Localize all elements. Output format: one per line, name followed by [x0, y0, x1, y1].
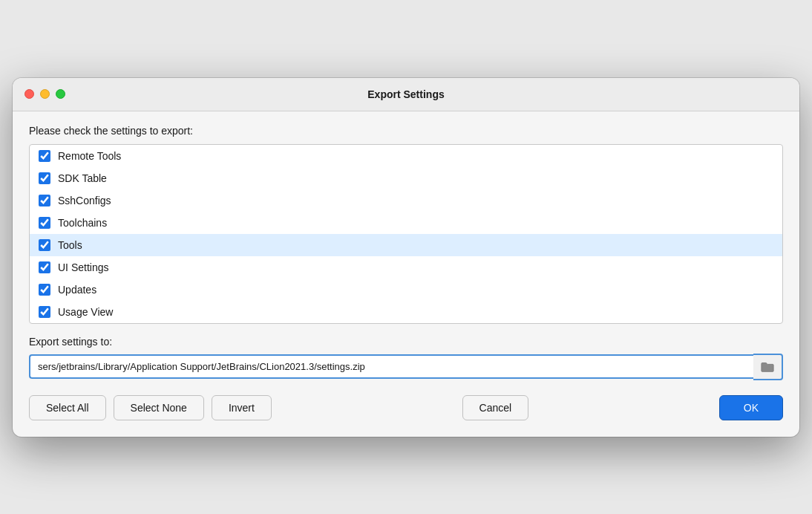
browse-button[interactable]	[753, 354, 783, 380]
list-item[interactable]: Remote Tools	[30, 145, 782, 167]
list-item[interactable]: Usage View	[30, 301, 782, 323]
checkbox-toolchains[interactable]	[39, 217, 50, 229]
list-item-label: Tools	[58, 239, 82, 251]
invert-button[interactable]: Invert	[212, 395, 272, 420]
list-item[interactable]: UI Settings	[30, 256, 782, 279]
checkbox-updates[interactable]	[39, 284, 50, 296]
list-item[interactable]: Toolchains	[30, 212, 782, 234]
list-item[interactable]: SDK Table	[30, 167, 782, 189]
ok-button[interactable]: OK	[719, 395, 783, 420]
checkbox-sdk-table[interactable]	[39, 172, 50, 184]
cancel-button[interactable]: Cancel	[462, 395, 529, 420]
list-item-label: UI Settings	[58, 261, 108, 273]
list-item[interactable]: Tools	[30, 234, 782, 256]
folder-icon	[761, 360, 774, 374]
list-item-label: Updates	[58, 284, 96, 296]
button-row: Select All Select None Invert Cancel OK	[29, 395, 783, 420]
window-controls	[24, 89, 65, 99]
checkbox-ui-settings[interactable]	[39, 261, 50, 273]
checkbox-usage-view[interactable]	[39, 306, 50, 318]
select-all-button[interactable]: Select All	[29, 395, 106, 420]
list-item-label: SshConfigs	[58, 195, 111, 206]
list-item[interactable]: SshConfigs	[30, 189, 782, 212]
export-to-label: Export settings to:	[29, 336, 783, 348]
list-item-label: Remote Tools	[58, 150, 121, 162]
minimize-button[interactable]	[40, 89, 50, 99]
instruction-label: Please check the settings to export:	[29, 125, 783, 137]
dialog-title: Export Settings	[367, 88, 444, 100]
export-settings-dialog: Export Settings Please check the setting…	[13, 78, 799, 437]
list-item-label: Toolchains	[58, 217, 107, 229]
list-item-label: Usage View	[58, 306, 113, 318]
export-path-row	[29, 354, 783, 380]
close-button[interactable]	[24, 89, 34, 99]
select-none-button[interactable]: Select None	[114, 395, 204, 420]
list-item-label: SDK Table	[58, 172, 107, 184]
export-to-section: Export settings to:	[29, 336, 783, 380]
list-item[interactable]: Updates	[30, 279, 782, 301]
export-path-input[interactable]	[29, 354, 753, 379]
title-bar: Export Settings	[13, 78, 799, 111]
checkbox-tools[interactable]	[39, 239, 50, 251]
checkbox-remote-tools[interactable]	[39, 150, 50, 162]
maximize-button[interactable]	[56, 89, 65, 99]
settings-list: Remote ToolsSDK TableSshConfigsToolchain…	[29, 144, 783, 324]
checkbox-ssh-configs[interactable]	[39, 195, 50, 206]
dialog-body: Please check the settings to export: Rem…	[13, 111, 799, 437]
